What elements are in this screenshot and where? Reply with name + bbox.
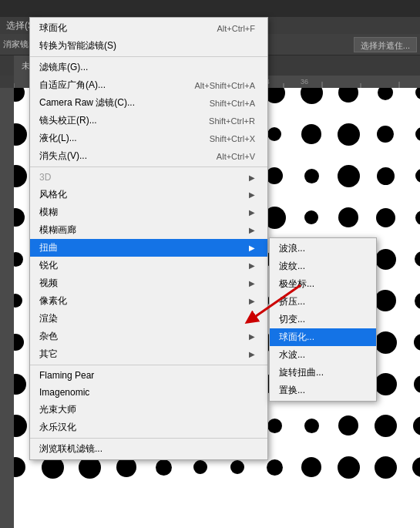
- imagenomic-item[interactable]: Imagenomic: [30, 384, 267, 401]
- camera-raw-item[interactable]: Camera Raw 滤镜(C)... Shift+Ctrl+A: [30, 94, 267, 112]
- toolbar-left-text: 消家镜: [3, 39, 29, 50]
- vanishing-item[interactable]: 消失点(V)... Alt+Ctrl+V: [30, 147, 267, 165]
- sharpen-item[interactable]: 锐化 ▶: [30, 257, 267, 274]
- video-item[interactable]: 视频 ▶: [30, 274, 267, 292]
- pinch-item[interactable]: 挤压...: [270, 293, 376, 311]
- stylize-item[interactable]: 风格化 ▶: [30, 186, 267, 203]
- zigzag-item[interactable]: 水波...: [270, 346, 376, 364]
- light-master-item[interactable]: 光束大师: [30, 401, 267, 419]
- pixelate-item[interactable]: 像素化 ▶: [30, 292, 267, 310]
- adaptive-wide-item[interactable]: 自适应广角(A)... Alt+Shift+Ctrl+A: [30, 76, 267, 94]
- top-bar: [0, 0, 420, 17]
- shear-item[interactable]: 切变...: [270, 311, 376, 328]
- yonglejh-item[interactable]: 永乐汉化: [30, 419, 267, 436]
- lens-correct-item[interactable]: 镜头校正(R)... Shift+Ctrl+R: [30, 112, 267, 129]
- flaming-pear-item[interactable]: Flaming Pear: [30, 367, 267, 384]
- filter-section-2: 滤镜库(G)... 自适应广角(A)... Alt+Shift+Ctrl+A C…: [30, 57, 267, 167]
- browse-online-item[interactable]: 浏览联机滤镜...: [30, 440, 267, 458]
- blur-item[interactable]: 模糊 ▶: [30, 203, 267, 221]
- filter-library-item[interactable]: 滤镜库(G)...: [30, 59, 267, 76]
- ruler-vertical: [0, 88, 14, 528]
- ripple-item[interactable]: 波纹...: [270, 257, 376, 275]
- filter-section-top: 球面化 Alt+Ctrl+F 转换为智能滤镜(S): [30, 18, 267, 57]
- displace-item[interactable]: 置换...: [270, 382, 376, 399]
- wave-item[interactable]: 波浪...: [270, 240, 376, 257]
- select-mask-button[interactable]: 选择并遮住...: [354, 37, 417, 52]
- distort-submenu: 波浪... 波纹... 极坐标... 挤压... 切变... 球面化...: [269, 237, 377, 402]
- liquify-item[interactable]: 液化(L)... Shift+Ctrl+X: [30, 129, 267, 147]
- filter-section-5: 浏览联机滤镜...: [30, 439, 267, 459]
- spherize-top-item[interactable]: 球面化 Alt+Ctrl+F: [30, 19, 267, 37]
- svg-rect-18: [0, 88, 14, 528]
- smart-filter-item[interactable]: 转换为智能滤镜(S): [30, 37, 267, 55]
- blur-gallery-item[interactable]: 模糊画廊 ▶: [30, 221, 267, 239]
- svg-text:36: 36: [301, 78, 308, 86]
- other-item[interactable]: 其它 ▶: [30, 345, 267, 363]
- render-item[interactable]: 渲染 ▶: [30, 310, 267, 328]
- polar-item[interactable]: 极坐标...: [270, 275, 376, 293]
- filter-dropdown: 球面化 Alt+Ctrl+F 转换为智能滤镜(S) 滤镜库(G)... 自适应广…: [29, 17, 268, 460]
- noise-item[interactable]: 杂色 ▶: [30, 328, 267, 345]
- twirl-item[interactable]: 旋转扭曲...: [270, 364, 376, 382]
- 3d-item[interactable]: 3D ▶: [30, 169, 267, 186]
- filter-section-3: 3D ▶ 风格化 ▶ 模糊 ▶ 模糊画廊 ▶ 扭曲 ▶ 波浪... 波纹...: [30, 167, 267, 365]
- distort-item[interactable]: 扭曲 ▶ 波浪... 波纹... 极坐标... 挤压... 切变...: [30, 239, 267, 257]
- spherize-item[interactable]: 球面化...: [270, 328, 376, 346]
- filter-section-4: Flaming Pear Imagenomic 光束大师 永乐汉化: [30, 365, 267, 439]
